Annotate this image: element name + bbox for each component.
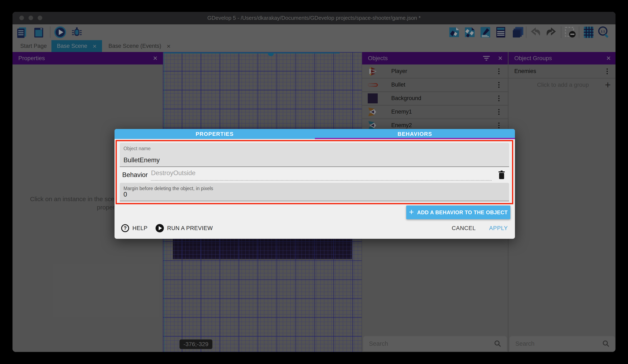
svg-text:?: ? — [124, 225, 127, 231]
object-name-field[interactable]: Object name BulletEnemy — [120, 143, 509, 167]
dialog-tab-behaviors[interactable]: BEHAVIORS — [315, 129, 515, 139]
apply-button[interactable]: APPLY — [489, 225, 508, 232]
cancel-button[interactable]: CANCEL — [452, 225, 476, 232]
dialog-footer: ? HELP RUN A PREVIEW CANCEL APPLY — [121, 222, 508, 234]
object-name-label: Object name — [123, 146, 151, 151]
trash-icon — [498, 170, 505, 180]
run-preview-label: RUN A PREVIEW — [167, 225, 213, 232]
help-label: HELP — [132, 225, 148, 232]
help-icon: ? — [121, 224, 130, 233]
dialog-tab-header: PROPERTIES BEHAVIORS — [115, 129, 515, 139]
delete-behavior-button[interactable] — [497, 170, 506, 180]
behavior-row: Behavior DestroyOutside — [118, 168, 511, 182]
tab-label: PROPERTIES — [196, 131, 234, 137]
margin-label: Margin before deleting the object, in pi… — [123, 186, 213, 191]
help-button[interactable]: ? HELP — [121, 224, 148, 233]
behavior-name-value: DestroyOutside — [151, 169, 196, 177]
behavior-name-field[interactable]: DestroyOutside — [151, 169, 492, 181]
margin-value: 0 — [123, 191, 127, 198]
active-tab-indicator — [315, 138, 515, 139]
object-editor-dialog: PROPERTIES BEHAVIORS Object name BulletE… — [115, 129, 515, 239]
object-name-value: BulletEnemy — [123, 156, 160, 164]
annotation-highlight-box: Object name BulletEnemy Behavior Destroy… — [116, 140, 513, 204]
gdevelop-window: GDevelop 5 - /Users/dkarakay/Documents/G… — [12, 12, 616, 352]
plus-icon: + — [409, 208, 414, 216]
add-behavior-label: ADD A BEHAVIOR TO THE OBJECT — [417, 209, 508, 216]
play-icon — [155, 224, 164, 233]
tab-label: BEHAVIORS — [397, 131, 432, 137]
add-behavior-button[interactable]: + ADD A BEHAVIOR TO THE OBJECT — [406, 205, 510, 219]
dialog-tab-properties[interactable]: PROPERTIES — [115, 129, 315, 139]
margin-field[interactable]: Margin before deleting the object, in pi… — [120, 183, 509, 201]
run-preview-button[interactable]: RUN A PREVIEW — [155, 224, 213, 233]
behavior-label: Behavior — [122, 171, 148, 179]
